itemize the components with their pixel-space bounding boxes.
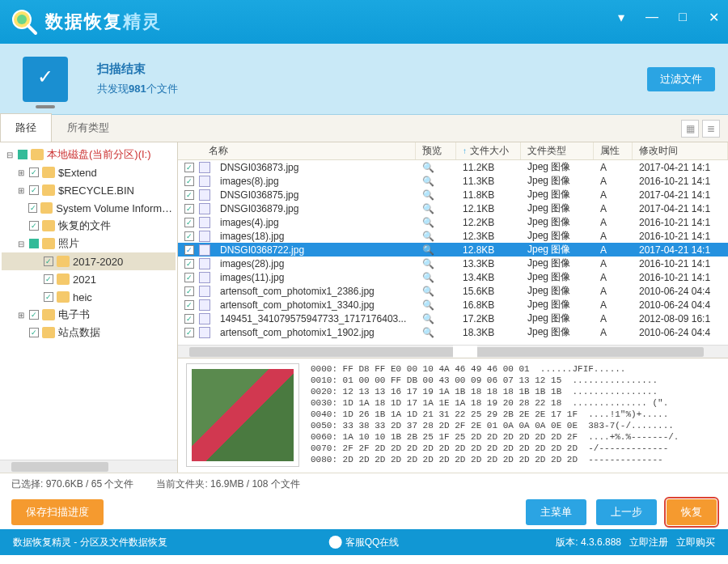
titlebar: 数据恢复精灵 ▾ — □ ✕ [0,0,728,44]
tree-item[interactable]: ✓heic [2,288,176,306]
preview-icon[interactable]: 🔍 [416,189,456,201]
maximize-button[interactable]: □ [675,10,691,25]
preview-icon[interactable]: 🔍 [416,162,456,173]
tree-item-selected[interactable]: ✓2017-2020 [2,252,176,270]
folder-icon [42,184,55,196]
tree-item[interactable]: ✓System Volume Information [2,199,176,217]
tree-item[interactable]: ✓2021 [2,270,176,288]
file-checkbox[interactable]: ✓ [184,314,194,324]
preview-icon[interactable]: 🔍 [416,313,456,324]
file-size: 11.8KB [456,189,521,201]
tree-scrollbar[interactable] [0,460,177,473]
file-checkbox[interactable]: ✓ [184,204,194,214]
preview-icon[interactable]: 🔍 [416,272,456,283]
file-row[interactable]: ✓images(8).jpg🔍11.3KBJpeg 图像A2016-10-21 … [178,174,728,188]
preview-icon[interactable]: 🔍 [416,203,456,214]
file-scrollbar[interactable] [178,345,728,358]
file-checkbox[interactable]: ✓ [184,231,194,241]
svg-line-2 [28,26,36,33]
tree-item[interactable]: ⊞✓$Extend [2,163,176,181]
tree-item[interactable]: ✓恢复的文件 [2,217,176,235]
tree-item[interactable]: ✓站点数据 [2,324,176,341]
close-button[interactable]: ✕ [705,10,722,25]
tree-item[interactable]: ⊞✓$RECYCLE.BIN [2,181,176,199]
file-icon [199,299,210,311]
dropdown-icon[interactable]: ▾ [613,10,629,25]
tab-all-types[interactable]: 所有类型 [52,113,125,142]
file-size: 12.8KB [456,244,521,256]
register-link[interactable]: 立即注册 [629,536,668,549]
file-size: 12.1KB [456,203,521,214]
qq-support-link[interactable]: 客服QQ在线 [329,536,400,549]
file-row[interactable]: ✓DNSGI0368722.jpg🔍12.8KBJpeg 图像A2017-04-… [178,243,728,257]
prev-button[interactable]: 上一步 [596,499,657,525]
file-icon [199,327,210,338]
tab-path[interactable]: 路径 [0,113,52,142]
file-row[interactable]: ✓artensoft_com_photomix1_3340.jpg🔍16.8KB… [178,298,728,312]
column-preview[interactable]: 预览 [416,142,456,159]
main-menu-button[interactable]: 主菜单 [526,499,586,525]
file-icon [199,244,210,256]
file-checkbox[interactable]: ✓ [184,218,194,227]
file-mtime: 2017-04-21 14:1 [633,203,728,214]
column-size[interactable]: ↑文件大小 [456,142,521,159]
column-mtime[interactable]: 修改时间 [633,142,728,159]
file-row[interactable]: ✓artensoft_com_photomix1_1902.jpg🔍18.3KB… [178,325,728,339]
file-type: Jpeg 图像 [521,243,594,257]
file-checkbox[interactable]: ✓ [184,245,194,255]
file-type: Jpeg 图像 [521,270,594,284]
file-checkbox[interactable]: ✓ [184,328,194,337]
file-list[interactable]: ✓DNSGI036873.jpg🔍11.2KBJpeg 图像A2017-04-2… [178,160,728,345]
file-row[interactable]: ✓images(18).jpg🔍12.3KBJpeg 图像A2016-10-21… [178,229,728,243]
file-attr: A [594,258,633,269]
file-attr: A [594,231,633,242]
file-size: 15.6KB [456,286,521,297]
minimize-button[interactable]: — [644,10,660,25]
file-checkbox[interactable]: ✓ [184,300,194,310]
view-grid-button[interactable]: ▦ [681,120,699,138]
file-mtime: 2010-06-24 04:4 [633,286,728,297]
preview-icon[interactable]: 🔍 [416,176,456,187]
preview-icon[interactable]: 🔍 [416,258,456,269]
column-name[interactable]: 名称 [178,142,416,159]
filter-files-button[interactable]: 过滤文件 [647,67,715,91]
file-row[interactable]: ✓DNSGI036875.jpg🔍11.8KBJpeg 图像A2017-04-2… [178,188,728,201]
file-checkbox[interactable]: ✓ [184,273,194,282]
file-row[interactable]: ✓DNSGI036879.jpg🔍12.1KBJpeg 图像A2017-04-2… [178,201,728,215]
column-attr[interactable]: 属性 [594,142,633,159]
file-icon [199,231,210,242]
tree-root[interactable]: ⊟本地磁盘(当前分区)(I:) [2,146,176,163]
qq-icon [329,536,342,549]
recover-button[interactable]: 恢复 [667,499,717,525]
preview-icon[interactable]: 🔍 [416,299,456,311]
file-type: Jpeg 图像 [521,257,594,270]
file-row[interactable]: ✓images(28).jpg🔍13.3KBJpeg 图像A2016-10-21… [178,257,728,270]
view-list-button[interactable]: ≣ [702,120,720,138]
file-checkbox[interactable]: ✓ [184,286,194,296]
file-mtime: 2010-06-24 04:4 [633,327,728,338]
file-icon [199,176,210,187]
tree-item[interactable]: ⊞✓电子书 [2,306,176,324]
file-checkbox[interactable]: ✓ [184,190,194,200]
preview-icon[interactable]: 🔍 [416,231,456,242]
file-row[interactable]: ✓artensoft_com_photomix1_2386.jpg🔍15.6KB… [178,284,728,298]
file-checkbox[interactable]: ✓ [184,163,194,172]
preview-icon[interactable]: 🔍 [416,327,456,338]
save-progress-button[interactable]: 保存扫描进度 [11,499,104,525]
file-type: Jpeg 图像 [521,160,594,174]
file-row[interactable]: ✓images(4).jpg🔍12.2KBJpeg 图像A2016-10-21 … [178,215,728,229]
preview-icon[interactable]: 🔍 [416,217,456,228]
column-type[interactable]: 文件类型 [521,142,594,159]
buy-link[interactable]: 立即购买 [676,536,715,549]
file-row[interactable]: ✓149451_341079575947733_1717176403...🔍17… [178,312,728,325]
file-row[interactable]: ✓images(11).jpg🔍13.4KBJpeg 图像A2016-10-21… [178,270,728,284]
preview-icon[interactable]: 🔍 [416,286,456,297]
preview-icon[interactable]: 🔍 [416,244,456,256]
folder-icon [40,202,53,214]
file-icon [199,162,210,173]
file-row[interactable]: ✓DNSGI036873.jpg🔍11.2KBJpeg 图像A2017-04-2… [178,160,728,174]
file-mtime: 2017-04-21 14:1 [633,189,728,201]
file-checkbox[interactable]: ✓ [184,176,194,186]
tree-item-photos[interactable]: ⊟照片 [2,235,176,252]
file-checkbox[interactable]: ✓ [184,259,194,269]
